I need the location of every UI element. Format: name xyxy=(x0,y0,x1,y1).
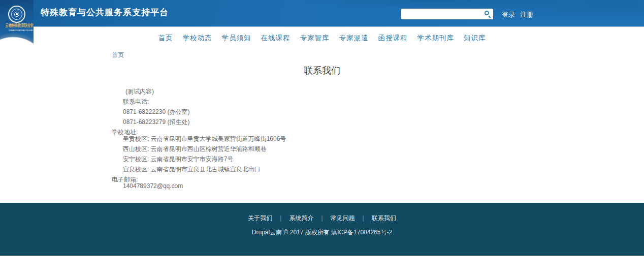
register-link[interactable]: 注册 xyxy=(520,10,533,19)
nav-item-8[interactable]: 学术期刊库 xyxy=(417,34,455,43)
nav-item-7[interactable]: 函授课程 xyxy=(378,34,408,43)
nav-menu: 首页学校动态学员须知在线课程专家智库专家派遣函授课程学术期刊库知识库 xyxy=(0,27,644,48)
nav-item-6[interactable]: 专家派遣 xyxy=(339,34,369,43)
login-link[interactable]: 登录 xyxy=(502,10,515,19)
breadcrumb-home-link[interactable]: 首页 xyxy=(112,51,124,58)
footer-link-1[interactable]: 关于我们 xyxy=(248,214,272,222)
nav-item-1[interactable]: 首页 xyxy=(158,34,173,43)
article-line: (测试内容) xyxy=(112,88,498,95)
article-body: (测试内容)联系电话:0871-68222230 (办公室)0871-68223… xyxy=(112,88,498,190)
article-line: 西山校区: 云南省昆明市西山区棕树营近华浦路和顺巷 xyxy=(112,146,498,152)
search-input[interactable] xyxy=(401,9,493,19)
article-line: 0871-68222230 (办公室) xyxy=(112,109,498,115)
article-line: 宜良校区: 云南省昆明市宜良县北古城镇宜良北出口 xyxy=(112,166,498,173)
footer-divider: | xyxy=(363,214,364,222)
article-line: 呈贡校区: 云南省昆明市呈贡大学城吴家营街道万峰街1606号 xyxy=(112,136,498,142)
page: 特殊教育与公共服务系支持平台 登录 注册 云南特殊教育职业学院 YUNNAN V… xyxy=(0,0,644,277)
header-band: 特殊教育与公共服务系支持平台 登录 注册 xyxy=(0,0,644,27)
copyright-text: Drupal云南 © 2017 版权所有 滇ICP备17004265号-2 xyxy=(0,229,644,236)
footer-divider: | xyxy=(321,214,323,222)
breadcrumb: 首页 xyxy=(112,51,124,59)
article-line: 0871-68223279 (招生处) xyxy=(112,119,498,126)
footer-link-3[interactable]: 常见问题 xyxy=(331,214,355,222)
college-logo[interactable]: 云南特殊教育职业学院 YUNNAN VOCATIONAL COLLEGE OF … xyxy=(0,0,34,46)
search-button[interactable] xyxy=(484,10,492,18)
nav-item-3[interactable]: 学员须知 xyxy=(222,34,251,43)
footer-divider: | xyxy=(280,214,281,222)
footer: 关于我们|系统简介|常见问题|联系我们 Drupal云南 © 2017 版权所有… xyxy=(0,203,644,256)
logo-curve-decoration xyxy=(0,0,34,46)
site-title[interactable]: 特殊教育与公共服务系支持平台 xyxy=(41,0,169,27)
search-icon-handle xyxy=(489,16,491,18)
search-box xyxy=(401,9,493,19)
footer-link-2[interactable]: 系统简介 xyxy=(289,214,313,222)
article-line: 联系电话: xyxy=(112,99,498,105)
nav-item-2[interactable]: 学校动态 xyxy=(183,34,212,43)
footer-links: 关于我们|系统简介|常见问题|联系我们 xyxy=(0,214,644,222)
footer-link-4[interactable]: 联系我们 xyxy=(372,214,396,222)
article-line: 1404789372@qq.com xyxy=(112,183,498,190)
nav-item-4[interactable]: 在线课程 xyxy=(261,34,291,43)
page-title: 联系我们 xyxy=(0,65,644,77)
article-line: 安宁校区: 云南省昆明市安宁市安海路7号 xyxy=(112,156,498,163)
nav-item-5[interactable]: 专家智库 xyxy=(300,34,330,43)
nav-item-9[interactable]: 知识库 xyxy=(464,34,486,43)
search-icon xyxy=(485,11,489,15)
